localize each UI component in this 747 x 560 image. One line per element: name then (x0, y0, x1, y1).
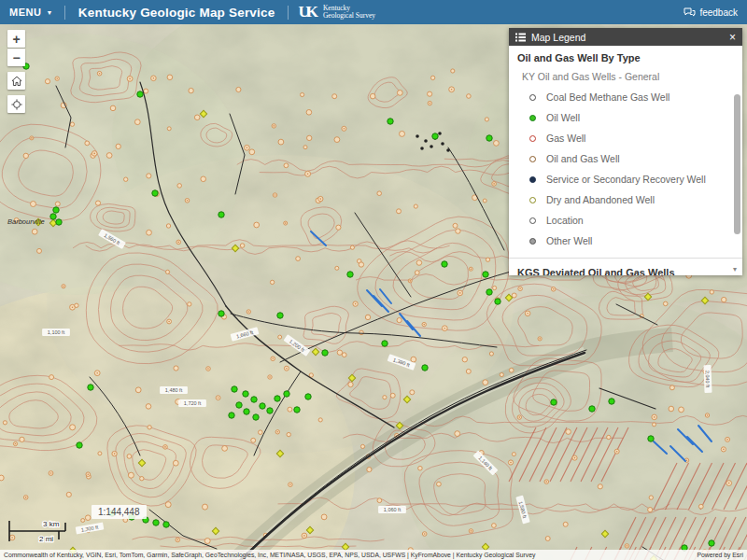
well-type-icon (529, 115, 536, 121)
legend-item: Coal Bed Methane Gas Well (529, 91, 734, 103)
powered-by-esri: Powered by Esri (690, 552, 744, 558)
oil-well-marker[interactable] (277, 313, 283, 318)
oil-well-marker[interactable] (422, 365, 428, 371)
legend-divider (509, 258, 742, 259)
well-type-icon (529, 94, 536, 101)
legend-item: Oil and Gas Well (529, 153, 734, 164)
oil-well-marker[interactable] (253, 414, 259, 420)
oil-well-marker[interactable] (243, 391, 248, 397)
legend-item-label: Service or Secondary Recovery Well (546, 174, 706, 185)
legend-item-label: Gas Well (546, 133, 585, 144)
elevation-label: 1,720 ft (184, 400, 202, 406)
menu-button[interactable]: MENU ▼ (0, 0, 64, 24)
well-type-icon (529, 135, 536, 142)
legend-section2-title: KGS Deviated Oil and Gas Wells (517, 267, 734, 275)
oil-well-marker[interactable] (486, 135, 492, 141)
oil-well-marker[interactable] (218, 311, 224, 316)
oil-well-marker[interactable] (294, 407, 300, 413)
oil-well-marker[interactable] (267, 408, 273, 413)
oil-well-marker[interactable] (244, 409, 249, 414)
oil-well-marker[interactable] (88, 385, 93, 390)
menu-label: MENU (9, 7, 41, 18)
oil-well-marker[interactable] (495, 299, 500, 304)
kgs-logo: UK Kentucky Geological Survey (289, 3, 385, 21)
legend-item-label: Oil and Gas Well (546, 153, 620, 164)
legend-scrollbar[interactable] (734, 94, 740, 234)
attribution-sources: Commonwealth of Kentucky, VGIN, Esri, To… (4, 552, 535, 558)
scale-km-label: 3 km (43, 520, 60, 528)
oil-well-marker[interactable] (486, 289, 492, 295)
oil-well-marker[interactable] (137, 91, 143, 97)
oil-well-marker[interactable] (236, 402, 242, 408)
oil-well-marker[interactable] (50, 214, 56, 219)
oil-well-marker[interactable] (56, 219, 62, 225)
oil-well-marker[interactable] (432, 133, 438, 139)
legend-section-title: Oil and Gas Well By Type (517, 52, 734, 63)
oil-well-marker[interactable] (589, 406, 595, 412)
well-type-icon (529, 238, 536, 245)
oil-well-marker[interactable] (551, 399, 557, 405)
legend-item: Dry and Abandoned Well (529, 194, 734, 205)
oil-well-marker[interactable] (260, 403, 265, 409)
legend-list-icon (515, 33, 526, 42)
legend-item: Location (529, 215, 734, 226)
oil-well-marker[interactable] (322, 350, 328, 356)
oil-well-marker[interactable] (153, 520, 159, 525)
well-type-icon (529, 217, 536, 224)
scale-bar: 3 km 2 mi (7, 519, 82, 549)
elevation-label: 2,040 ft (704, 371, 711, 388)
legend-item: Oil Well (529, 112, 734, 123)
locate-button[interactable] (7, 95, 25, 113)
scale-ratio: 1:144,448 (92, 505, 147, 519)
page-title: Kentucky Geologic Map Service (65, 6, 289, 20)
oil-well-marker[interactable] (275, 396, 280, 401)
town-label: Barbourville (7, 217, 45, 226)
well-type-icon (529, 197, 536, 203)
legend-items: Coal Bed Methane Gas WellOil WellGas Wel… (517, 91, 734, 246)
elevation-label: 1,060 ft (384, 507, 402, 512)
oil-well-marker[interactable] (53, 207, 59, 213)
zoom-out-button[interactable]: − (7, 49, 25, 66)
scroll-down-icon[interactable]: ▾ (733, 265, 737, 273)
oil-well-marker[interactable] (382, 341, 388, 346)
zoom-in-button[interactable]: + (7, 30, 25, 48)
oil-well-marker[interactable] (709, 540, 714, 546)
legend-layer-title: KY Oil and Gas Wells - General (522, 71, 734, 82)
map-controls: + − (7, 30, 25, 113)
oil-well-marker[interactable] (251, 397, 257, 402)
oil-well-marker[interactable] (648, 436, 654, 441)
elevation-label: 1,100 ft (48, 329, 65, 335)
legend-item-label: Location (546, 215, 584, 226)
legend-title: Map Legend (531, 32, 724, 43)
attribution-bar: Commonwealth of Kentucky, VGIN, Esri, To… (0, 550, 747, 560)
app-header: MENU ▼ Kentucky Geologic Map Service UK … (0, 0, 747, 24)
oil-well-marker[interactable] (442, 261, 447, 267)
feedback-button[interactable]: feedback (674, 7, 747, 18)
well-type-icon (529, 156, 536, 162)
locate-icon (11, 99, 22, 110)
oil-well-marker[interactable] (218, 212, 224, 217)
oil-well-marker[interactable] (483, 272, 488, 277)
oil-well-marker[interactable] (284, 391, 289, 397)
oil-well-marker[interactable] (229, 413, 234, 418)
oil-well-marker[interactable] (163, 522, 169, 527)
feedback-label: feedback (699, 7, 738, 18)
legend-item-label: Dry and Abandoned Well (546, 194, 655, 205)
legend-close-icon[interactable]: × (729, 32, 736, 43)
oil-well-marker[interactable] (232, 386, 237, 392)
home-button[interactable] (7, 72, 25, 90)
legend-item: Service or Secondary Recovery Well (529, 174, 734, 185)
legend-item-label: Coal Bed Methane Gas Well (546, 91, 669, 103)
oil-well-marker[interactable] (388, 119, 393, 124)
oil-well-marker[interactable] (609, 399, 614, 404)
kgs-logo-text: Kentucky Geological Survey (323, 5, 375, 20)
oil-well-marker[interactable] (77, 442, 82, 448)
oil-well-marker[interactable] (347, 272, 353, 277)
legend-item-label: Other Well (546, 235, 592, 246)
home-icon (11, 76, 22, 87)
elevation-label: 1,480 ft (165, 387, 183, 393)
oil-well-marker[interactable] (152, 190, 158, 196)
legend-header[interactable]: Map Legend × (509, 28, 742, 46)
oil-well-marker[interactable] (305, 394, 311, 399)
legend-panel: Map Legend × Oil and Gas Well By Type KY… (509, 28, 742, 275)
